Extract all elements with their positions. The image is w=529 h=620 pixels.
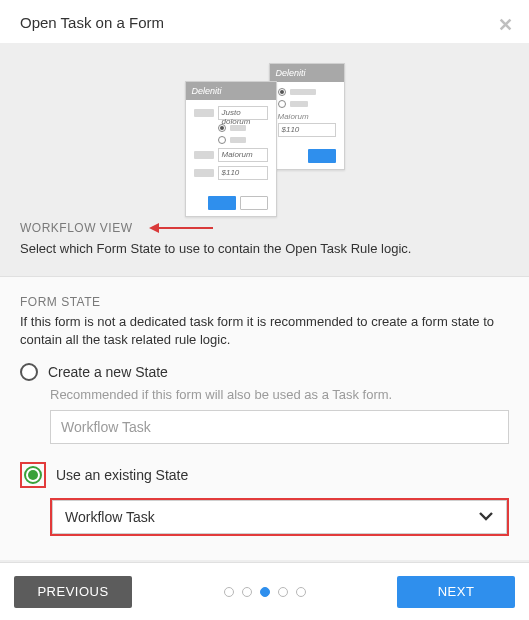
step-dot[interactable] bbox=[260, 587, 270, 597]
modal-title: Open Task on a Form bbox=[0, 0, 529, 43]
modal-open-task-on-form: Open Task on a Form ✕ Deleniti Maiorum $… bbox=[0, 0, 529, 620]
highlight-box: Workflow Task bbox=[50, 498, 509, 536]
modal-content: Deleniti Maiorum $110 Deleniti Justo dol… bbox=[0, 43, 529, 562]
radio-icon bbox=[24, 466, 42, 484]
form-state-desc: If this form is not a dedicated task for… bbox=[20, 313, 509, 349]
existing-state-select[interactable]: Workflow Task bbox=[52, 500, 507, 534]
option-label: Use an existing State bbox=[56, 467, 188, 483]
modal-footer: PREVIOUS NEXT bbox=[0, 562, 529, 620]
step-dot[interactable] bbox=[242, 587, 252, 597]
form-state-heading: FORM STATE bbox=[20, 295, 509, 309]
radio-icon bbox=[20, 363, 38, 381]
workflow-view-heading: WORKFLOW VIEW bbox=[20, 221, 133, 235]
illus-card-title: Deleniti bbox=[186, 82, 276, 100]
option-use-existing-state[interactable]: Use an existing State bbox=[20, 462, 509, 488]
workflow-view-subtext: Select which Form State to use to contai… bbox=[0, 235, 529, 276]
illus-card-title: Deleniti bbox=[270, 64, 344, 82]
chevron-down-icon bbox=[478, 509, 494, 525]
option-new-hint: Recommended if this form will also be us… bbox=[50, 387, 509, 402]
highlight-box bbox=[20, 462, 46, 488]
step-indicator bbox=[144, 587, 385, 597]
previous-button[interactable]: PREVIOUS bbox=[14, 576, 132, 608]
step-dot[interactable] bbox=[296, 587, 306, 597]
next-button[interactable]: NEXT bbox=[397, 576, 515, 608]
arrow-left-icon bbox=[147, 221, 215, 235]
new-state-name-input[interactable] bbox=[50, 410, 509, 444]
close-icon[interactable]: ✕ bbox=[498, 14, 513, 36]
svg-marker-1 bbox=[149, 223, 159, 233]
select-value: Workflow Task bbox=[65, 509, 155, 525]
form-state-panel: FORM STATE If this form is not a dedicat… bbox=[0, 276, 529, 560]
step-dot[interactable] bbox=[224, 587, 234, 597]
step-dot[interactable] bbox=[278, 587, 288, 597]
option-label: Create a new State bbox=[48, 364, 168, 380]
option-create-new-state[interactable]: Create a new State bbox=[20, 363, 509, 381]
illustration: Deleniti Maiorum $110 Deleniti Justo dol… bbox=[0, 43, 529, 217]
